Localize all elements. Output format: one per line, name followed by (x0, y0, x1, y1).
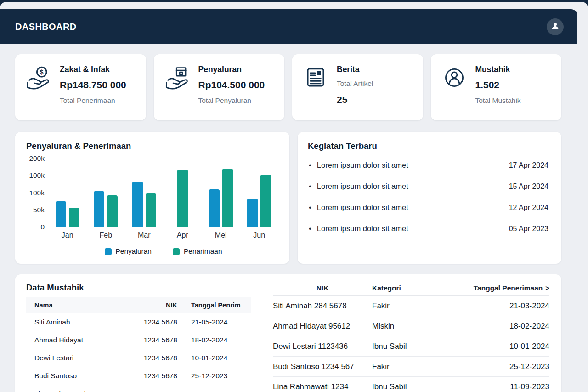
bar-group-mei (202, 159, 240, 227)
card-subtitle: Total Penyaluran (198, 96, 265, 105)
card-value: 1.502 (475, 79, 521, 91)
bar-penarimaan-jun (260, 175, 271, 227)
bar-groups (48, 159, 278, 227)
legend-label: Penarimaan (184, 247, 222, 256)
legend-swatch (105, 248, 112, 255)
table-row: Dewi Lestari 1123436Ibnu Sabil10-01-2024 (273, 336, 549, 357)
activity-text: Lorem ipsum dolor sit amet (317, 203, 408, 212)
content-sheet: DASHBOARD $ (0, 2, 588, 392)
y-axis-tick-label: 100k (25, 189, 45, 197)
card-title: Zakat & Infak (60, 64, 126, 74)
cell-kategori: Miskin (372, 322, 459, 331)
y-axis-tick-label: 100k (25, 171, 45, 180)
x-axis-label: Feb (87, 231, 125, 239)
column-header-tanggal: Tanggal Penrim (177, 301, 251, 309)
bar-penarimaan-mei (222, 169, 233, 227)
activity-text: Lorem ipsum dolor sit amet (317, 224, 408, 233)
mustahik-left-column: Data Mustahik Nama NIK Tanggal Penrim Si… (26, 281, 251, 392)
bar-penarimaan-apr (177, 170, 188, 227)
cell-nama-nik: Ahmad Hidayat 95612 (273, 322, 372, 331)
bar-group-feb (87, 159, 125, 227)
x-axis-label: Jan (48, 231, 87, 239)
activity-list: •Lorem ipsum dolor sit amet17 Apr 2024•L… (308, 155, 549, 239)
activity-row: •Lorem ipsum dolor sit amet05 Apr 2023 (308, 218, 549, 239)
card-value: Rp148.750 000 (60, 79, 126, 91)
bar-penyaluran-mei (209, 189, 220, 227)
cell-nik: 1234 5678 (131, 390, 177, 392)
cell-nama: Ahmad Hidayat (26, 336, 131, 344)
mustahik-table: Nama NIK Tanggal Penrim Siti Aminah1234 … (26, 297, 251, 392)
cell-tanggal: 11-07-2023 (177, 390, 251, 392)
table-row: Lina Rahmawati1234 567811-07-2023 (26, 385, 251, 392)
card-value: Rp104.500 000 (198, 79, 265, 91)
cell-tanggal: 10-01-2024 (177, 354, 251, 362)
bullet-icon: • (309, 203, 311, 212)
chart-title: Penyaluran & Penerimaan (26, 141, 278, 151)
activity-row: •Lorem ipsum dolor sit amet15 Apr 2024 (308, 176, 549, 197)
cell-nik: 1234 5678 (131, 354, 177, 362)
table-header-row: NIK Kategori Tanggal Penerimaan> (273, 281, 549, 296)
chevron-right-icon: > (545, 284, 549, 292)
cell-nama: Dewi Lestari (26, 354, 131, 362)
card-subtitle: Total Penerimaan (60, 96, 126, 105)
column-header-nik: NIK (131, 301, 177, 309)
card-subtitle: Total Artikel (337, 79, 373, 88)
table-row: Ahmad Hidayat1234 567818-02-2024 (26, 331, 251, 349)
cell-nama-nik: Dewi Lestari 1123436 (273, 342, 372, 351)
cell-nama-nik: Budi Santoso 1234 567 (273, 362, 372, 371)
bar-group-jun (240, 159, 279, 227)
cell-nik: 1234 5678 (131, 336, 177, 344)
column-header-nik: NIK (273, 284, 372, 292)
card-value: 25 (337, 94, 373, 105)
x-axis-label: Mei (202, 231, 240, 239)
stat-card-berita: Berita Total Artikel 25 (292, 54, 423, 120)
activity-date: 17 Apr 2024 (509, 161, 548, 170)
bar-penarimaan-jan (69, 208, 79, 227)
mustahik-panel: Data Mustahik Nama NIK Tanggal Penrim Si… (15, 274, 561, 392)
cell-kategori: Fakir (372, 362, 459, 371)
bar-penyaluran-jan (56, 201, 66, 227)
cell-tanggal-penerimaan: 10-01-2024 (459, 342, 549, 351)
activity-text: Lorem ipsum dolor sit amet (317, 182, 408, 191)
table-row: Budi Santoso 1234 567Fakir25-12-2023 (273, 357, 549, 377)
activity-title: Kegiatan Terbaru (308, 141, 549, 151)
bar-group-jan (48, 159, 87, 227)
chart-legend: PenyaluranPenarimaan (48, 247, 278, 256)
stat-card-zakat-infak: $ Zakat & Infak Rp148.750 000 Total Pene… (15, 54, 146, 120)
stat-card-penyaluran: Penyaluran Rp104.500 000 Total Penyalura… (154, 54, 285, 120)
column-header-tanggal-penerimaan-sort[interactable]: Tanggal Penerimaan> (459, 284, 549, 292)
user-avatar-button[interactable] (547, 18, 564, 35)
bullet-icon: • (309, 224, 311, 233)
table-row: Budi Santoso1234 567825-12-2023 (26, 367, 251, 385)
cell-nama-nik: Lina Rahmawati 1234 (273, 382, 372, 392)
mustahik-title: Data Mustahik (26, 283, 251, 293)
hand-coin-icon: $ (26, 64, 51, 105)
y-axis-tick-label: 200k (25, 154, 45, 163)
y-axis-tick-label: 0 (25, 223, 45, 231)
cell-nama: Budi Santoso (26, 372, 131, 380)
activity-row: •Lorem ipsum dolor sit amet12 Apr 2024 (308, 197, 549, 218)
card-title: Mustahik (475, 64, 521, 74)
table-row: Lina Rahmawati 1234Ibnu Sabil11-09-2023 (273, 377, 549, 392)
bar-penyaluran-feb (94, 191, 104, 227)
user-circle-icon (442, 64, 467, 105)
table-row: Siti Aminah 284 5678Fakir21-03-2024 (273, 296, 549, 316)
card-title: Penyaluran (198, 64, 265, 74)
activity-text: Lorem ipsum dolor sit amet (317, 161, 408, 170)
x-axis-label: Apr (164, 231, 202, 239)
bar-penarimaan-mar (146, 193, 156, 227)
activity-panel: Kegiatan Terbaru •Lorem ipsum dolor sit … (298, 132, 561, 264)
cell-tanggal: 18-02-2024 (177, 336, 251, 344)
activity-row: •Lorem ipsum dolor sit amet17 Apr 2024 (308, 155, 549, 176)
stat-cards-row: $ Zakat & Infak Rp148.750 000 Total Pene… (15, 54, 561, 120)
main-content: $ Zakat & Infak Rp148.750 000 Total Pene… (0, 44, 588, 392)
cell-nama: Siti Aminah (26, 318, 131, 326)
cell-nik: 1234 5678 (131, 318, 177, 326)
column-header-kategori: Kategori (372, 284, 459, 292)
svg-text:$: $ (40, 68, 44, 76)
penerimaan-table: NIK Kategori Tanggal Penerimaan> Siti Am… (273, 281, 549, 392)
legend-item-penyaluran: Penyaluran (105, 247, 152, 256)
middle-row: Penyaluran & Penerimaan 200k100k100k50k0… (15, 132, 561, 264)
bar-group-apr (164, 159, 202, 227)
stat-card-mustahik: Mustahik 1.502 Total Mustahik (431, 54, 562, 120)
